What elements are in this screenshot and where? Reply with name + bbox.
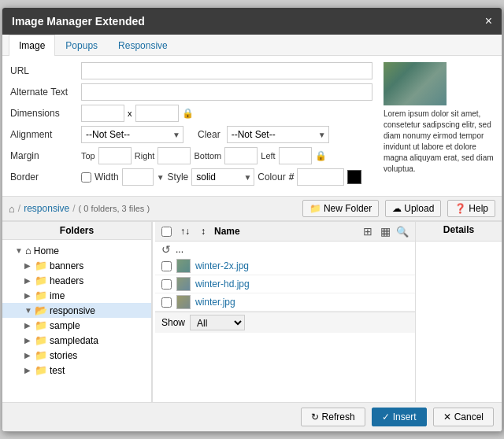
url-row: URL — [10, 62, 376, 79]
search-button[interactable]: 🔍 — [396, 224, 409, 238]
colour-swatch[interactable] — [347, 170, 361, 184]
expand-icon-stories: ▶ — [24, 351, 32, 360]
help-icon: ❓ — [454, 203, 466, 214]
dialog-header: Image Manager Extended × — [2, 8, 502, 35]
border-checkbox[interactable] — [81, 172, 91, 183]
folder-item-sampledata[interactable]: ▶ 📁 sampledata — [2, 333, 151, 348]
select-all-checkbox[interactable] — [161, 227, 172, 237]
upload-button[interactable]: ☁ Upload — [385, 200, 441, 217]
dim-x: x — [128, 109, 132, 118]
lock-icon[interactable]: 🔒 — [182, 108, 194, 119]
url-input[interactable] — [81, 62, 372, 79]
table-row[interactable]: winter-hd.jpg — [155, 275, 415, 293]
back-label: ... — [176, 244, 183, 255]
border-row: Border Width 1 ▼ Style solid dashed dott… — [10, 168, 376, 186]
border-colour-input[interactable]: 000000 — [297, 168, 344, 186]
file-name-3[interactable]: winter.jpg — [195, 297, 409, 308]
cancel-icon: ✕ — [443, 411, 451, 422]
expand-icon-sample: ▶ — [24, 321, 32, 330]
margin-bottom-input[interactable] — [224, 147, 258, 164]
border-style-label: Style — [168, 172, 189, 183]
margin-right-input[interactable] — [158, 147, 191, 164]
folder-pane: Folders ▼ ⌂ Home ▶ 📁 banners ▶ 📁 headers — [2, 222, 152, 402]
sample-folder-icon: 📁 — [35, 319, 47, 331]
grid-view-button[interactable]: ⊞ — [361, 224, 375, 238]
tab-popups[interactable]: Popups — [55, 35, 108, 56]
folder-item-banners[interactable]: ▶ 📁 banners — [2, 258, 151, 273]
file-checkbox-2[interactable] — [161, 279, 172, 290]
border-style-select[interactable]: solid dashed dotted double — [191, 168, 254, 186]
align-select[interactable]: --Not Set-- Left Center Right — [81, 126, 183, 143]
folder-item-responsive[interactable]: ▼ 📂 responsive — [2, 303, 151, 318]
clear-select[interactable]: --Not Set-- None Left Right Both — [227, 126, 329, 143]
file-list-wrapper: ↺ ... winter-2x.jpg winter-hd.jpg — [155, 242, 502, 402]
folder-item-test[interactable]: ▶ 📁 test — [2, 363, 151, 378]
home-icon[interactable]: ⌂ — [9, 203, 15, 215]
help-button[interactable]: ❓ Help — [447, 200, 495, 217]
border-inputs: Width 1 ▼ Style solid dashed dotted doub… — [81, 168, 361, 186]
folder-label-banners: banners — [50, 260, 83, 271]
folder-item-headers[interactable]: ▶ 📁 headers — [2, 273, 151, 288]
list-view-button[interactable]: ▦ — [378, 224, 393, 238]
breadcrumb-sep1: / — [18, 203, 20, 214]
margin-left-label: Left — [261, 151, 275, 160]
border-width-input[interactable]: 1 — [122, 168, 154, 186]
breadcrumb-folder-link[interactable]: responsive — [24, 203, 69, 214]
refresh-button[interactable]: ↻ Refresh — [301, 408, 365, 426]
file-checkbox-3[interactable] — [161, 297, 172, 308]
upload-icon: ☁ — [392, 203, 402, 214]
margin-bottom-label: Bottom — [194, 151, 221, 160]
folder-label-sample: sample — [50, 320, 80, 331]
details-header: Details — [415, 222, 502, 242]
dim-row: Dimensions x 🔒 — [10, 105, 376, 122]
stories-folder-icon: 📁 — [35, 349, 47, 361]
back-icon[interactable]: ↺ — [161, 243, 171, 256]
show-select[interactable]: All Images Media Files — [190, 315, 245, 330]
tab-image[interactable]: Image — [9, 35, 55, 56]
file-header: ↑↓ ↕ Name ⊞ ▦ 🔍 — [155, 222, 415, 242]
details-pane — [415, 242, 502, 402]
table-row[interactable]: winter.jpg — [155, 293, 415, 312]
url-label: URL — [10, 65, 81, 76]
insert-button[interactable]: ✓ Insert — [372, 408, 427, 426]
bottom-bar: ↻ Refresh ✓ Insert ✕ Cancel — [2, 402, 502, 431]
folder-label-headers: headers — [50, 275, 83, 286]
align-label: Alignment — [10, 129, 81, 140]
close-button[interactable]: × — [485, 14, 492, 28]
align-controls: --Not Set-- Left Center Right ▼ Clear --… — [81, 126, 329, 143]
folder-item-home[interactable]: ▼ ⌂ Home — [2, 243, 151, 258]
cancel-button[interactable]: ✕ Cancel — [433, 408, 494, 426]
refresh-icon: ↻ — [311, 411, 319, 422]
file-pane-header-row: ↑↓ ↕ Name ⊞ ▦ 🔍 Details — [155, 222, 502, 242]
tab-responsive[interactable]: Responsive — [108, 35, 178, 56]
file-name-2[interactable]: winter-hd.jpg — [195, 279, 409, 290]
file-name-1[interactable]: winter-2x.jpg — [195, 260, 409, 271]
alt-input[interactable] — [81, 83, 372, 101]
image-manager-dialog: Image Manager Extended × Image Popups Re… — [2, 7, 502, 432]
margin-right-label: Right — [135, 151, 155, 160]
margin-top-input[interactable] — [98, 147, 132, 164]
new-folder-button[interactable]: 📁 New Folder — [302, 200, 379, 217]
sampledata-folder-icon: 📁 — [35, 334, 47, 346]
folder-item-ime[interactable]: ▶ 📁 ime — [2, 288, 151, 303]
sort-asc-button[interactable]: ↑↓ — [178, 225, 192, 238]
dim-height-input[interactable] — [135, 105, 179, 122]
margin-lock-icon[interactable]: 🔒 — [315, 150, 327, 161]
form-area: URL Alternate Text Dimensions x 🔒 — [2, 56, 502, 196]
form-left: URL Alternate Text Dimensions x 🔒 — [10, 62, 376, 190]
table-row[interactable]: winter-2x.jpg — [155, 257, 415, 275]
sort-desc-button[interactable]: ↕ — [198, 225, 208, 238]
folder-plus-icon: 📁 — [309, 203, 321, 214]
dim-width-input[interactable] — [81, 105, 124, 122]
folder-item-stories[interactable]: ▶ 📁 stories — [2, 348, 151, 363]
file-thumb-2 — [176, 277, 191, 291]
folder-item-sample[interactable]: ▶ 📁 sample — [2, 318, 151, 333]
preview-image — [384, 62, 447, 105]
show-bar: Show All Images Media Files — [155, 312, 415, 333]
folder-label-responsive: responsive — [50, 305, 95, 316]
file-checkbox-1[interactable] — [161, 261, 172, 271]
margin-left-input[interactable] — [279, 147, 312, 164]
file-manager: Folders ▼ ⌂ Home ▶ 📁 banners ▶ 📁 headers — [2, 221, 502, 402]
breadcrumb-left: ⌂ / responsive / ( 0 folders, 3 files ) — [9, 203, 150, 215]
banners-folder-icon: 📁 — [35, 260, 47, 271]
